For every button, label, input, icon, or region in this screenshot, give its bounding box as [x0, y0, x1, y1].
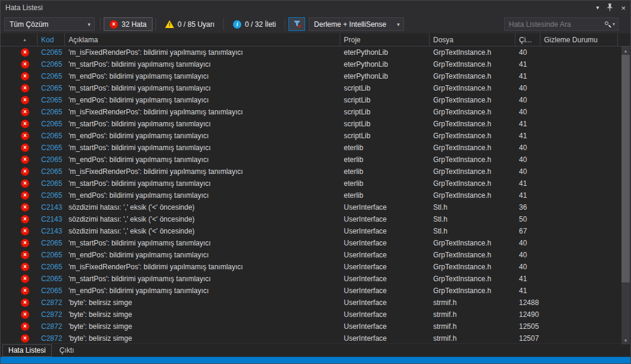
error-code-link[interactable]: C2065 [38, 106, 65, 118]
column-header-project[interactable]: Proje [340, 33, 430, 46]
error-row[interactable]: × C2143 sözdizimi hatası: ',' eksik ('<'… [1, 213, 630, 225]
error-icon: × [21, 334, 29, 343]
error-row[interactable]: × C2065 'm_endPos': bildirimi yapılmamış… [1, 154, 630, 166]
pin-icon[interactable] [607, 4, 613, 13]
search-input[interactable] [505, 20, 604, 29]
error-code-link[interactable]: C2065 [38, 237, 65, 249]
error-row[interactable]: × C2872 'byte': belirsiz simge UserInter… [1, 309, 630, 321]
error-row[interactable]: × C2065 'm_endPos': bildirimi yapılmamış… [1, 130, 630, 142]
error-code-link[interactable]: C2065 [38, 189, 65, 201]
error-code-link[interactable]: C2143 [38, 225, 65, 237]
error-project: UserInterface [340, 285, 430, 297]
column-header-code[interactable]: Kod [38, 33, 65, 46]
error-code-link[interactable]: C2065 [38, 249, 65, 261]
window-position-chevron-icon[interactable]: ▾ [596, 5, 599, 11]
tab-output[interactable]: Çıktı [54, 344, 80, 357]
error-row[interactable]: × C2872 'byte': belirsiz simge UserInter… [1, 332, 630, 343]
error-code-link[interactable]: C2143 [38, 213, 65, 225]
search-dropdown-icon[interactable]: ▾ [613, 21, 615, 27]
scroll-up-icon[interactable]: ▲ [621, 46, 630, 55]
error-row[interactable]: × C2065 'm_startPos': bildirimi yapılmam… [1, 82, 630, 94]
error-file: strmif.h [430, 321, 515, 332]
error-row[interactable]: × C2143 sözdizimi hatası: ',' eksik ('<'… [1, 201, 630, 213]
error-code-link[interactable]: C2065 [38, 94, 65, 106]
column-header-suppression[interactable]: Gizleme Durumu [540, 33, 618, 46]
error-suppression-state [540, 70, 630, 82]
error-code-link[interactable]: C2065 [38, 261, 65, 273]
row-gutter [1, 70, 13, 82]
row-gutter [1, 106, 13, 118]
column-header-description[interactable]: Açıklama [65, 33, 340, 46]
error-code-link[interactable]: C2872 [38, 297, 65, 309]
scroll-down-icon[interactable]: ▼ [621, 336, 630, 344]
error-row[interactable]: × C2065 'm_isFixedRenderPos': bildirimi … [1, 261, 630, 273]
error-line: 41 [515, 130, 540, 142]
error-row[interactable]: × C2872 'byte': belirsiz simge UserInter… [1, 321, 630, 332]
errors-toggle-button[interactable]: × 32 Hata [104, 17, 153, 31]
error-suppression-state [540, 130, 630, 142]
error-row[interactable]: × C2065 'm_startPos': bildirimi yapılmam… [1, 142, 630, 154]
error-suppression-state [540, 332, 630, 343]
row-gutter [1, 154, 13, 166]
close-icon[interactable]: × [621, 4, 626, 12]
column-header-file[interactable]: Dosya [430, 33, 515, 46]
error-code-link[interactable]: C2065 [38, 142, 65, 154]
error-icon: × [110, 20, 118, 29]
error-code-link[interactable]: C2872 [38, 332, 65, 343]
error-code-link[interactable]: C2143 [38, 201, 65, 213]
error-row[interactable]: × C2065 'm_endPos': bildirimi yapılmamış… [1, 285, 630, 297]
error-row[interactable]: × C2872 'byte': belirsiz simge UserInter… [1, 297, 630, 309]
source-filter-value: Derleme + IntelliSense [314, 20, 393, 29]
scrollbar-thumb[interactable] [621, 55, 630, 282]
error-code-link[interactable]: C2065 [38, 166, 65, 178]
error-code-link[interactable]: C2065 [38, 70, 65, 82]
scope-filter-combo[interactable]: Tüm Çözüm ▾ [4, 17, 95, 31]
messages-toggle-button[interactable]: i 0 / 32 İleti [227, 17, 282, 31]
row-gutter [1, 94, 13, 106]
error-line: 40 [515, 249, 540, 261]
error-code-link[interactable]: C2065 [38, 273, 65, 285]
error-row[interactable]: × C2065 'm_endPos': bildirimi yapılmamış… [1, 249, 630, 261]
error-code-link[interactable]: C2065 [38, 118, 65, 130]
error-code-link[interactable]: C2065 [38, 46, 65, 58]
vertical-scrollbar[interactable]: ▲ ▼ [621, 46, 630, 344]
error-row[interactable]: × C2065 'm_endPos': bildirimi yapılmamış… [1, 189, 630, 201]
error-row[interactable]: × C2065 'm_startPos': bildirimi yapılmam… [1, 118, 630, 130]
error-row[interactable]: × C2065 'm_isFixedRenderPos': bildirimi … [1, 106, 630, 118]
error-code-link[interactable]: C2065 [38, 82, 65, 94]
error-suppression-state [540, 82, 630, 94]
filter-button[interactable] [288, 17, 305, 31]
search-icon[interactable] [604, 21, 611, 28]
error-file: GrpTextInstance.h [430, 142, 515, 154]
error-row[interactable]: × C2065 'm_endPos': bildirimi yapılmamış… [1, 94, 630, 106]
error-code-link[interactable]: C2065 [38, 178, 65, 189]
tab-error-list[interactable]: Hata Listesi [2, 344, 52, 357]
error-row[interactable]: × C2065 'm_isFixedRenderPos': bildirimi … [1, 166, 630, 178]
error-code-link[interactable]: C2872 [38, 321, 65, 332]
error-row[interactable]: × C2065 'm_startPos': bildirimi yapılmam… [1, 58, 630, 70]
error-file: Stl.h [430, 225, 515, 237]
error-code-link[interactable]: C2065 [38, 154, 65, 166]
error-row[interactable]: × C2065 'm_isFixedRenderPos': bildirimi … [1, 46, 630, 58]
error-line: 40 [515, 46, 540, 58]
error-code-link[interactable]: C2065 [38, 58, 65, 70]
column-header-line[interactable]: Çi... [515, 33, 540, 46]
error-code-link[interactable]: C2065 [38, 285, 65, 297]
error-icon: × [21, 120, 29, 128]
error-file: GrpTextInstance.h [430, 285, 515, 297]
error-row[interactable]: × C2065 'm_startPos': bildirimi yapılmam… [1, 237, 630, 249]
warnings-toggle-button[interactable]: ! 0 / 85 Uyarı [159, 17, 220, 31]
error-row[interactable]: × C2065 'm_startPos': bildirimi yapılmam… [1, 178, 630, 189]
error-code-link[interactable]: C2065 [38, 130, 65, 142]
error-code-link[interactable]: C2872 [38, 309, 65, 321]
severity-column-header[interactable]: ▲ [13, 33, 38, 46]
error-icon: × [21, 96, 29, 104]
error-project: UserInterface [340, 309, 430, 321]
warnings-toggle-label: 0 / 85 Uyarı [178, 20, 215, 29]
error-project: eterPythonLib [340, 58, 430, 70]
source-filter-combo[interactable]: Derleme + IntelliSense ▾ [309, 17, 404, 31]
error-row[interactable]: × C2143 sözdizimi hatası: ',' eksik ('<'… [1, 225, 630, 237]
error-row[interactable]: × C2065 'm_endPos': bildirimi yapılmamış… [1, 70, 630, 82]
row-gutter [1, 249, 13, 261]
error-row[interactable]: × C2065 'm_startPos': bildirimi yapılmam… [1, 273, 630, 285]
